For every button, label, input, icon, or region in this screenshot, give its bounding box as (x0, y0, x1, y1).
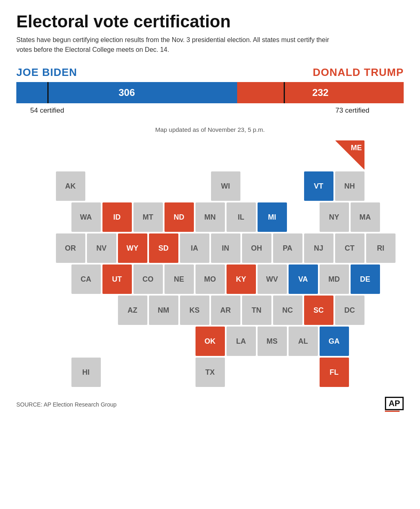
state-cell: NC (273, 296, 302, 325)
state-cell (87, 171, 116, 201)
state-cell: AZ (118, 296, 147, 325)
state-cell (71, 327, 101, 356)
state-cell: PA (273, 233, 302, 263)
state-cell: VA (289, 265, 318, 294)
state-cell: HI (71, 358, 101, 387)
state-cell: AR (211, 296, 240, 325)
state-cell (273, 171, 302, 201)
state-cell (258, 358, 287, 387)
state-cell: MS (258, 327, 287, 356)
state-cell: ID (102, 202, 132, 232)
state-cell (164, 327, 194, 356)
state-cell (118, 171, 147, 201)
state-cell: TN (242, 296, 271, 325)
state-cell: AK (56, 171, 85, 201)
state-cell (87, 296, 116, 325)
state-cell: SC (304, 296, 333, 325)
ap-logo-container: AP (385, 397, 404, 412)
state-cell: NY (320, 202, 349, 232)
state-cell: MO (196, 265, 225, 294)
biden-bar: 306 (16, 82, 237, 103)
subtitle-text: States have begun certifying election re… (16, 35, 343, 55)
trump-bar: 232 (237, 82, 404, 103)
trump-votes: 232 (312, 87, 329, 98)
state-cell: IL (227, 202, 256, 232)
state-cell (242, 140, 271, 170)
footer: SOURCE: AP Election Research Group AP (16, 397, 404, 412)
biden-name: JOE BIDEN (16, 66, 77, 79)
state-cell: AL (289, 327, 318, 356)
map-row: OKLAMSALGA (16, 327, 404, 356)
electoral-bar: 306 232 (16, 82, 404, 103)
state-cell (56, 296, 85, 325)
state-cell (149, 140, 178, 170)
trump-name: DONALD TRUMP (313, 66, 404, 79)
map-container: MEAKWIVTNHWAIDMTNDMNILMINYMAORNVWYSDIAIN… (16, 140, 404, 387)
state-cell (102, 358, 132, 387)
state-cell (87, 140, 116, 170)
biden-votes: 306 (118, 87, 135, 98)
state-cell (289, 202, 318, 232)
state-cell: LA (227, 327, 256, 356)
state-cell: KS (180, 296, 209, 325)
state-cell: KY (227, 265, 256, 294)
state-cell: MN (196, 202, 225, 232)
state-cell: WA (71, 202, 101, 232)
state-cell: SD (149, 233, 178, 263)
state-cell (164, 358, 194, 387)
state-cell: WI (211, 171, 240, 201)
state-cell (273, 140, 302, 170)
state-cell: NV (87, 233, 116, 263)
state-cell (118, 140, 147, 170)
state-cell (56, 140, 85, 170)
map-updated-text: Map updated as of November 23, 5 p.m. (16, 126, 404, 133)
state-cell: GA (320, 327, 349, 356)
map-row: HITXFL (16, 358, 404, 387)
source-text: SOURCE: AP Election Research Group (16, 401, 117, 408)
state-cell (227, 358, 256, 387)
state-cell (133, 358, 163, 387)
state-cell: OH (242, 233, 271, 263)
candidates-row: JOE BIDEN DONALD TRUMP (16, 66, 404, 79)
state-cell (40, 265, 70, 294)
state-cell: NM (149, 296, 178, 325)
state-cell: IA (180, 233, 209, 263)
map-row: WAIDMTNDMNILMINYMA (16, 202, 404, 232)
state-cell (211, 140, 240, 170)
state-cell: WV (258, 265, 287, 294)
state-cell: ME (335, 140, 364, 170)
state-cell: OK (196, 327, 225, 356)
state-cell: CA (71, 265, 101, 294)
state-cell: RI (366, 233, 396, 263)
map-row: AZNMKSARTNNCSCDC (16, 296, 404, 325)
state-cell (180, 171, 209, 201)
ap-logo: AP (385, 397, 404, 410)
state-cell (25, 233, 54, 263)
state-cell: OR (56, 233, 85, 263)
map-row: CAUTCONEMOKYWVVAMDDE (16, 265, 404, 294)
state-cell: ND (164, 202, 194, 232)
state-cell: UT (102, 265, 132, 294)
state-cell: NE (164, 265, 194, 294)
state-cell (40, 202, 70, 232)
state-cell: IN (211, 233, 240, 263)
state-cell (180, 140, 209, 170)
state-cell (289, 358, 318, 387)
state-cell (133, 327, 163, 356)
map-row: ME (16, 140, 404, 170)
state-cell: WY (118, 233, 147, 263)
state-cell: MT (133, 202, 163, 232)
state-cell: VT (304, 171, 333, 201)
map-row: AKWIVTNH (16, 171, 404, 201)
state-cell: FL (320, 358, 349, 387)
certified-row: 54 certified 73 certified (16, 107, 404, 115)
state-cell: TX (196, 358, 225, 387)
state-cell: CT (335, 233, 364, 263)
state-cell (304, 140, 333, 170)
state-cell: MD (320, 265, 349, 294)
map-row: ORNVWYSDIAINOHPANJCTRI (16, 233, 404, 263)
state-cell: NJ (304, 233, 333, 263)
page-title: Electoral vote certification (16, 12, 404, 31)
state-cell (102, 327, 132, 356)
state-cell: MA (351, 202, 380, 232)
